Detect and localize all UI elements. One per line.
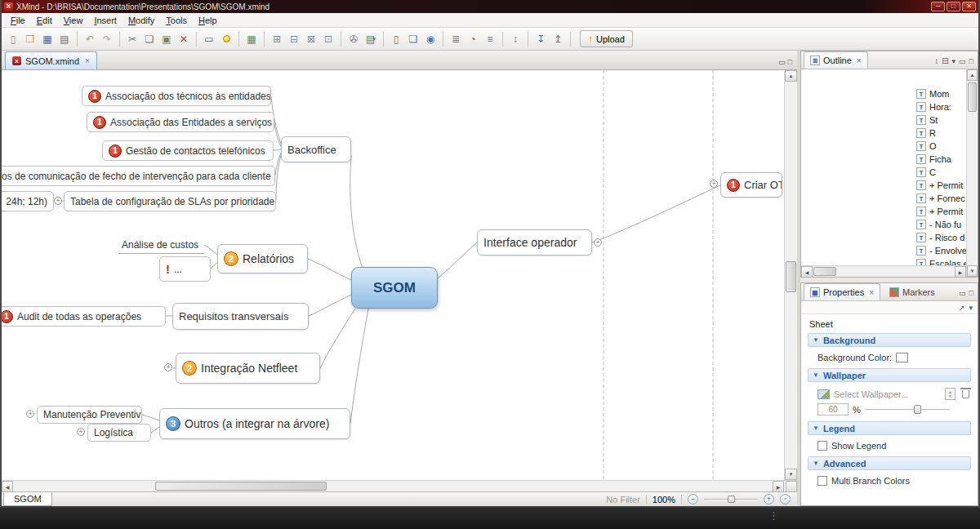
lightbulb-icon[interactable] [218,31,234,47]
topic-analise-custos[interactable]: Análise de custos [118,236,204,254]
view-menu-icon[interactable]: ▾ [969,304,973,312]
structure-map-icon[interactable]: ⊞ [269,31,285,47]
outline-item[interactable]: T+ Fornec [801,192,978,205]
structure-org-icon[interactable]: ⊟ [286,31,302,47]
expand-handle-icon[interactable]: + [77,428,85,436]
menu-file[interactable]: File [5,14,31,27]
expand-handle-icon[interactable]: + [26,410,34,418]
outline-collapse-icon[interactable]: ⊟ [942,56,948,65]
save-icon[interactable]: ▦ [39,31,56,47]
canvas-horizontal-scrollbar[interactable]: ◀ ▶ [2,480,797,491]
markers-tab[interactable]: • Markers [883,283,942,300]
horizontal-scroll-thumb[interactable] [155,482,327,491]
open-icon[interactable]: ❒ [22,31,38,47]
close-outline-icon[interactable]: × [857,56,862,65]
outline-tab[interactable]: ≣ Outline × [804,51,868,69]
sort-icon[interactable]: ↕ [507,31,523,47]
web-icon[interactable]: ◉ [422,31,439,47]
upload-button[interactable]: ↑ Upload [580,30,633,47]
undo-icon[interactable]: ↶ [82,31,98,47]
menu-insert[interactable]: Insert [88,14,122,27]
outline-item[interactable]: T+ Permit [801,205,978,218]
topic-audit[interactable]: 1 Audit de todas as operações [2,306,166,327]
scroll-up-icon[interactable]: ▲ [967,69,978,81]
outline-item[interactable]: TR [801,127,978,140]
close-tab-icon[interactable]: × [85,56,90,65]
outline-vertical-scrollbar[interactable]: ▲ ▼ [966,69,978,277]
view-menu-icon[interactable]: ▾ [952,57,956,65]
outline-item[interactable]: TFicha [801,153,978,166]
show-legend-checkbox[interactable] [817,441,827,451]
canvas-vertical-scrollbar[interactable]: ▲ ▼ [784,70,797,480]
topic-requisitos[interactable]: Requisitos transversais [172,303,309,330]
topic-logistica[interactable]: Logística [87,424,151,442]
outline-item[interactable]: T+ Permit [801,179,978,192]
outline-item[interactable]: T- Risco d [801,231,978,244]
topic-sla-horas[interactable]: 24h; 12h) [2,191,54,211]
menu-tools[interactable]: Tools [160,14,193,27]
close-window-icon[interactable]: ✕ [962,2,976,11]
topic-assoc-tecnicos[interactable]: 1 Associação dos técnicos às entidades [82,86,271,106]
topic-gestao-contactos[interactable]: 1 Gestão de contactos telefónicos [102,140,274,161]
expand-handle-icon[interactable]: + [710,180,718,188]
zoom-slider[interactable] [704,494,758,505]
select-wallpaper-button[interactable]: Select Wallpaper... [834,389,908,399]
zoom-level[interactable]: 100% [653,495,675,505]
opacity-slider-thumb[interactable] [914,405,921,414]
print-icon[interactable]: ▤ [56,31,73,47]
topic-manutencao[interactable]: Manutenção Preventiva [37,406,142,424]
topic-outros[interactable]: 3 Outros (a integrar na árvore) [159,408,350,439]
menu-edit[interactable]: Edit [31,14,58,27]
outline-item[interactable]: T- Envolve [801,244,978,257]
attachment-icon[interactable]: ✇ [345,31,362,47]
structure-tree-icon[interactable]: ⊠ [303,31,319,47]
topic-netfleet[interactable]: 2 Integração Netfleet [176,353,320,384]
menu-modify[interactable]: Modify [122,14,160,27]
vertical-scroll-thumb[interactable] [968,82,977,112]
outline-tree[interactable]: TMom THora: TSt TR TO TFicha TC T+ Permi… [801,69,978,277]
minimize-editor-icon[interactable]: ▭ [778,58,786,66]
section-advanced[interactable]: ▼ Advanced [808,456,971,470]
topic-comunicacao-fecho[interactable]: os de comunicação de fecho de intervençã… [2,166,275,186]
presentation-icon[interactable]: ▭ [201,31,217,47]
background-color-swatch[interactable] [896,353,908,362]
scroll-down-icon[interactable]: ▼ [785,469,797,480]
remove-wallpaper-icon[interactable] [962,390,969,398]
minimize-view-icon[interactable]: ▭ [959,57,966,65]
topic-central-sgom[interactable]: SGOM [351,267,438,309]
minimize-view-icon[interactable]: ▭ [959,289,966,297]
wallpaper-spinner[interactable]: ▲▼ [945,388,956,400]
minimize-window-icon[interactable]: ─ [931,2,945,11]
wallpaper-opacity-slider[interactable] [865,403,950,416]
outline-sort-icon[interactable]: ↕ [934,56,938,65]
close-properties-icon[interactable]: × [869,288,874,297]
maximize-editor-icon[interactable]: □ [788,58,792,66]
drill-down-icon[interactable]: ↧ [532,31,549,47]
zoom-out-icon[interactable]: − [688,494,698,505]
expand-handle-icon[interactable]: + [54,197,62,205]
section-background[interactable]: ▼ Background [808,333,971,347]
topic-interface-operador[interactable]: Interface operador [477,229,592,256]
task-icon[interactable]: ◔ [465,31,481,47]
insert-picture-icon[interactable]: ▤▾ [363,31,379,47]
structure-logic-icon[interactable]: ⊡ [320,31,336,47]
zoom-fit-icon[interactable]: ◦ [780,494,791,505]
duplicate-sheet-icon[interactable]: ❏ [405,31,421,47]
delete-icon[interactable]: ✕ [176,31,192,47]
copy-icon[interactable]: ❏ [141,31,158,47]
topic-tabela-sla[interactable]: Tabela de configuração de SLAs por prior… [64,191,276,211]
horizontal-scroll-thumb[interactable] [813,267,836,276]
topic-callout[interactable]: ! ... [159,256,211,282]
outline-item[interactable]: TO [801,140,978,153]
outline-item[interactable]: T- Não fu [801,218,978,231]
topic-criar-ot[interactable]: 1 Criar OT [720,172,782,198]
insert-image-icon[interactable]: ▦ [243,31,260,47]
scroll-left-icon[interactable]: ◀ [801,266,813,277]
topic-assoc-entidades[interactable]: 1 Associação das Entidades a serviços [87,112,274,132]
expand-handle-icon[interactable]: + [594,238,602,247]
cut-icon[interactable]: ✂ [124,31,140,47]
outline-item[interactable]: THora: [801,100,978,113]
notes-icon[interactable]: ≡ [482,31,498,47]
zoom-slider-thumb[interactable] [728,496,735,503]
restore-window-icon[interactable]: □ [947,2,960,11]
